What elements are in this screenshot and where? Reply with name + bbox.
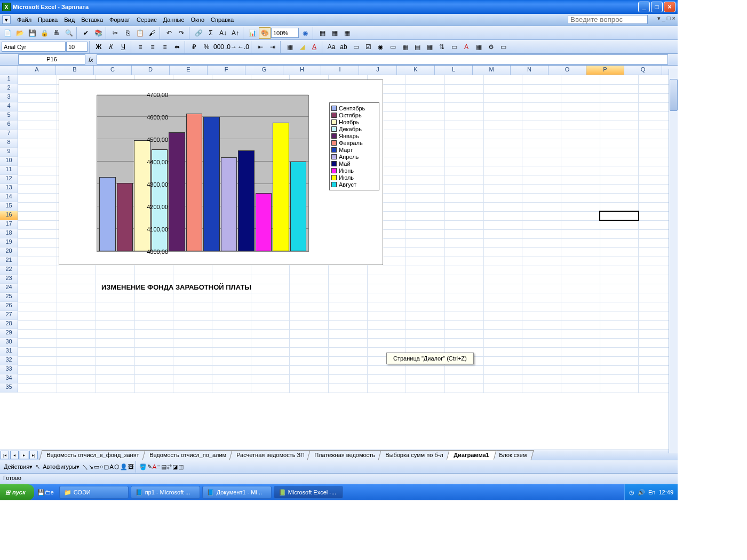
forms-button-4[interactable]: ☑ — [362, 41, 374, 53]
row-header[interactable]: 14 — [0, 193, 18, 202]
row-header[interactable]: 21 — [0, 257, 18, 266]
tab-nav-last[interactable]: ▸| — [29, 451, 38, 459]
print-button[interactable]: 🖶 — [51, 27, 62, 39]
ext-button-1[interactable]: ▦ — [316, 27, 328, 39]
bar-Август[interactable] — [290, 162, 307, 251]
menu-Сервис[interactable]: Сервис — [133, 15, 160, 24]
col-header-P[interactable]: P — [586, 66, 624, 75]
bold-button[interactable]: Ж — [93, 41, 105, 53]
chart-plot-area[interactable] — [97, 95, 309, 252]
bar-Апрель[interactable] — [221, 157, 237, 251]
select-objects-button[interactable]: ↖ — [35, 463, 40, 470]
help-search-input[interactable] — [568, 15, 648, 24]
forms-button-14[interactable]: ⚙ — [485, 41, 497, 53]
menu-Файл[interactable]: Файл — [14, 15, 35, 24]
bar-Февраль[interactable] — [186, 114, 203, 251]
col-header-G[interactable]: G — [245, 66, 283, 75]
font-combo[interactable]: Arial Cyr — [2, 42, 66, 52]
col-header-B[interactable]: B — [56, 66, 94, 75]
row-header[interactable]: 2 — [0, 84, 18, 93]
legend-item[interactable]: Апрель — [331, 154, 377, 160]
menu-Окно[interactable]: Окно — [188, 15, 208, 24]
legend-item[interactable]: Май — [331, 161, 377, 167]
hyperlink-button[interactable]: 🔗 — [193, 27, 204, 39]
forms-button-9[interactable]: ▦ — [424, 41, 435, 53]
forms-button-8[interactable]: ▤ — [411, 41, 423, 53]
worksheet[interactable]: ABCDEFGHIJKLMNOPQ 1234567891011121314151… — [0, 66, 678, 450]
forms-button-3[interactable]: ▭ — [350, 41, 362, 53]
row-header[interactable]: 13 — [0, 184, 18, 193]
row-header[interactable]: 31 — [0, 347, 18, 356]
quicklaunch-1[interactable]: 💾 — [37, 489, 45, 496]
name-box[interactable]: P16 — [18, 54, 85, 65]
forms-button-15[interactable]: ▭ — [497, 41, 509, 53]
select-all-corner[interactable] — [0, 66, 18, 75]
menu-Справка[interactable]: Справка — [208, 15, 237, 24]
row-header[interactable]: 26 — [0, 302, 18, 311]
menu-Формат[interactable]: Формат — [106, 15, 133, 24]
col-header-L[interactable]: L — [435, 66, 473, 75]
forms-button-1[interactable]: Aa — [325, 41, 337, 53]
tab-nav-next[interactable]: ▸ — [20, 451, 28, 459]
sheet-tab[interactable]: Диаграмма1 — [446, 450, 496, 460]
arrow-style-button[interactable]: ⇄ — [167, 463, 172, 470]
sort-asc-button[interactable]: A↓ — [217, 27, 229, 39]
format-painter-button[interactable]: 🖌 — [146, 27, 158, 39]
fontsize-combo[interactable]: 10 — [66, 42, 88, 52]
sheet-tab[interactable]: Выборка сумм по б-л — [378, 450, 451, 460]
tab-nav-prev[interactable]: ◂ — [10, 451, 19, 459]
sheet-tab[interactable]: Расчетная ведомость ЗП — [229, 450, 312, 460]
spelling-button[interactable]: ✔ — [80, 27, 92, 39]
clipart-button[interactable]: 👤 — [120, 463, 128, 470]
col-header-K[interactable]: K — [397, 66, 435, 75]
line-button[interactable]: ＼ — [82, 463, 88, 471]
legend-item[interactable]: Январь — [331, 133, 377, 139]
borders-button[interactable]: ▦ — [284, 41, 296, 53]
taskbar-button[interactable]: 📁СОЭИ — [59, 486, 129, 499]
forms-button-7[interactable]: ▦ — [399, 41, 411, 53]
drawing-button[interactable]: 🎨 — [259, 27, 271, 39]
fill-button[interactable]: 🪣 — [139, 463, 147, 470]
col-header-Q[interactable]: Q — [624, 66, 662, 75]
preview-button[interactable]: 🔍 — [63, 27, 75, 39]
row-header[interactable]: 3 — [0, 93, 18, 102]
legend-item[interactable]: Март — [331, 147, 377, 153]
taskbar-button[interactable]: 📘Документ1 - Mi... — [202, 486, 272, 499]
oval-button[interactable]: ○ — [100, 463, 104, 470]
copy-button[interactable]: ⎘ — [122, 27, 133, 39]
vertical-scrollbar[interactable] — [669, 69, 678, 453]
taskbar-button[interactable]: 📘пр1 - Microsoft ... — [131, 486, 200, 499]
menu-Данные[interactable]: Данные — [160, 15, 188, 24]
forms-button-12[interactable]: A — [460, 41, 472, 53]
dec-indent-button[interactable]: ⇤ — [255, 41, 266, 53]
ext-button-3[interactable]: ▦ — [341, 27, 353, 39]
start-button[interactable]: ⊞пуск — [0, 484, 34, 500]
col-header-C[interactable]: C — [94, 66, 132, 75]
tray-lang[interactable]: En — [648, 489, 655, 495]
sheet-tab[interactable]: Ведомость отчисл_в_фонд_занят — [39, 450, 146, 460]
percent-button[interactable]: % — [201, 41, 212, 53]
row-header[interactable]: 1 — [0, 75, 18, 84]
paste-button[interactable]: 📋 — [134, 27, 146, 39]
line-color-button[interactable]: ✎ — [147, 463, 152, 470]
research-button[interactable]: 📚 — [92, 27, 104, 39]
menu-Вид[interactable]: Вид — [61, 15, 78, 24]
legend-item[interactable]: Декабрь — [331, 126, 377, 132]
legend-item[interactable]: Июнь — [331, 167, 377, 174]
forms-button-2[interactable]: ab — [338, 41, 349, 53]
italic-button[interactable]: К — [105, 41, 117, 53]
row-header[interactable]: 24 — [0, 284, 18, 293]
row-header[interactable]: 4 — [0, 102, 18, 111]
new-button[interactable]: 📄 — [2, 27, 13, 39]
row-header[interactable]: 27 — [0, 311, 18, 320]
maximize-button[interactable]: □ — [651, 2, 663, 12]
sort-desc-button[interactable]: A↑ — [229, 27, 241, 39]
actions-menu[interactable]: Действия▾ — [2, 463, 35, 470]
quicklaunch-2[interactable]: 🗀 — [45, 489, 51, 495]
bar-Июнь[interactable] — [256, 193, 272, 251]
legend-item[interactable]: Февраль — [331, 140, 377, 146]
merge-button[interactable]: ⬌ — [171, 41, 183, 53]
quicklaunch-3[interactable]: e — [51, 489, 54, 495]
align-right-button[interactable]: ≡ — [159, 41, 171, 53]
col-header-A[interactable]: A — [18, 66, 56, 75]
